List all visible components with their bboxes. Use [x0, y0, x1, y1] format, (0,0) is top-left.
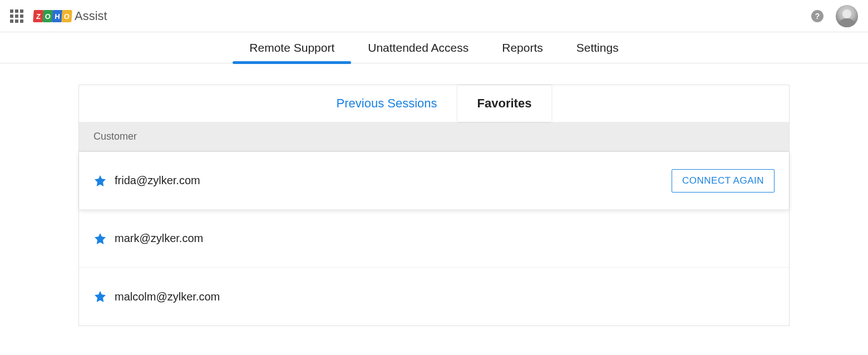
customer-email: frida@zylker.com — [115, 174, 200, 187]
subtabs: Previous Sessions Favorites — [79, 85, 789, 122]
zoho-logo-icon: Z O H O — [33, 10, 71, 22]
apps-grid-icon[interactable] — [10, 9, 23, 23]
tab-favorites[interactable]: Favorites — [457, 85, 552, 122]
main-nav: Remote Support Unattended Access Reports… — [0, 32, 868, 63]
help-icon[interactable]: ? — [811, 10, 823, 22]
nav-reports[interactable]: Reports — [502, 32, 543, 63]
favorites-card: Previous Sessions Favorites Customer fri… — [78, 85, 790, 326]
table-row[interactable]: malcolm@zylker.com — [79, 268, 789, 326]
nav-settings[interactable]: Settings — [576, 32, 619, 63]
tab-previous-sessions[interactable]: Previous Sessions — [317, 85, 457, 122]
customer-email: mark@zylker.com — [115, 232, 203, 245]
logo-letter: O — [61, 10, 72, 22]
nav-unattended-access[interactable]: Unattended Access — [368, 32, 468, 63]
star-icon[interactable] — [93, 174, 107, 188]
brand-logo[interactable]: Z O H O Assist — [33, 9, 107, 23]
star-icon[interactable] — [93, 290, 107, 303]
avatar[interactable] — [836, 5, 858, 27]
top-bar: Z O H O Assist ? — [0, 0, 868, 32]
connect-again-button[interactable]: CONNECT AGAIN — [672, 169, 775, 193]
table-row[interactable]: frida@zylker.com CONNECT AGAIN — [79, 152, 789, 210]
brand-name: Assist — [75, 9, 107, 23]
column-header-customer: Customer — [79, 122, 789, 152]
table-row[interactable]: mark@zylker.com — [79, 210, 789, 268]
star-icon[interactable] — [93, 232, 107, 245]
nav-remote-support[interactable]: Remote Support — [249, 32, 334, 63]
customer-email: malcolm@zylker.com — [115, 290, 220, 303]
